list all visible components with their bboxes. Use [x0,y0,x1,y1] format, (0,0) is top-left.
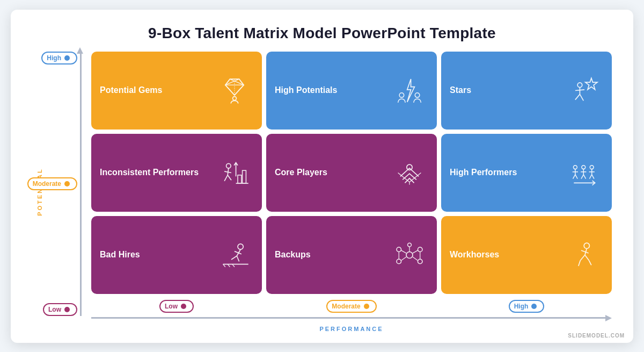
slide: 9-Box Talent Matrix Model PowerPoint Tem… [11,10,633,343]
svg-point-26 [573,166,577,169]
svg-line-13 [580,94,583,100]
svg-line-35 [583,175,586,179]
svg-line-24 [409,173,421,182]
nine-box-grid: Potential Gems [91,52,612,294]
svg-line-44 [231,256,237,260]
cell-icon-potential-gems [216,74,253,106]
x-axis-row [91,313,612,324]
x-label-moderate: Moderate [326,300,376,313]
cell-bad-hires: Bad Hires [91,216,262,294]
svg-point-7 [415,92,420,97]
y-axis-container: POTENTIAL High Moderate Low [32,52,91,332]
cell-label-inconsistent-performers: Inconsistent Performers [100,167,216,178]
svg-point-51 [397,247,401,252]
svg-line-59 [401,257,406,261]
x-label-high-text: High [514,303,529,310]
svg-point-53 [397,260,401,264]
y-labels: High Moderate Low [27,52,77,316]
cell-icon-core-players [391,156,428,189]
svg-line-20 [224,175,228,181]
svg-point-5 [233,96,237,100]
cell-label-stars: Stars [450,85,566,96]
svg-point-50 [406,252,413,258]
y-label-high-dot [64,55,70,61]
cell-potential-gems: Potential Gems [91,52,262,130]
svg-point-52 [418,247,422,252]
svg-point-36 [590,166,594,169]
svg-point-31 [582,166,586,169]
svg-line-66 [580,255,585,261]
cell-icon-high-performers [566,156,603,189]
cell-icon-workhorses [566,239,603,271]
y-label-moderate: Moderate [27,177,77,190]
x-label-low-text: Low [165,303,178,310]
cell-workhorses: Workhorses [441,216,612,294]
y-label-moderate-dot [64,181,70,186]
svg-line-34 [581,175,583,179]
svg-line-45 [237,256,239,262]
cell-backups: Backups [266,216,437,294]
x-label-high-dot [531,304,537,309]
x-label-high: High [509,300,545,313]
svg-point-9 [577,83,582,88]
svg-line-60 [413,257,418,261]
svg-line-67 [585,255,589,261]
y-label-low: Low [43,303,77,316]
svg-line-58 [413,250,418,253]
cell-icon-bad-hires [216,239,253,271]
cell-label-core-players: Core Players [275,167,391,178]
svg-line-30 [575,175,577,179]
svg-point-41 [238,244,243,249]
x-label-low: Low [159,300,194,313]
cell-label-potential-gems: Potential Gems [100,85,216,96]
page-title: 9-Box Talent Matrix Model PowerPoint Tem… [148,25,496,42]
y-label-low-dot [64,307,70,312]
x-axis-label: PERFORMANCE [319,326,383,332]
x-label-moderate-text: Moderate [332,303,360,310]
y-label-high: High [41,52,77,64]
svg-line-39 [589,175,591,179]
x-label-high-container: High [441,300,612,313]
x-axis-line [91,317,605,319]
svg-rect-15 [243,170,246,183]
svg-line-68 [579,261,580,266]
x-label-moderate-dot [364,304,369,309]
svg-marker-8 [586,78,597,89]
x-axis-arrow [605,315,612,321]
svg-line-40 [592,175,594,179]
svg-point-17 [226,163,231,168]
cell-core-players: Core Players [266,134,437,212]
x-pills-row: Low Moderate High [91,300,612,313]
cell-label-high-potentials: High Potentials [275,85,391,96]
matrix-area: POTENTIAL High Moderate Low [32,52,612,332]
watermark: SLIDEMODEL.COM [568,333,625,339]
x-label-moderate-container: Moderate [266,300,437,313]
cell-stars: Stars [441,52,612,130]
svg-line-57 [401,250,406,253]
svg-line-12 [575,94,580,99]
cell-high-performers: High Performers [441,134,612,212]
svg-point-22 [407,164,412,170]
cell-inconsistent-performers: Inconsistent Performers [91,134,262,212]
svg-line-29 [573,175,575,179]
cell-high-potentials: High Potentials [266,52,437,130]
svg-point-6 [399,92,404,97]
cell-label-workhorses: Workhorses [450,249,566,261]
cell-icon-stars [566,74,603,106]
cell-icon-high-potentials [391,74,428,106]
svg-point-55 [408,243,412,247]
cell-icon-inconsistent-performers [216,156,253,189]
svg-line-21 [228,175,231,180]
svg-point-63 [584,243,589,249]
svg-line-11 [575,89,584,90]
svg-rect-14 [238,175,241,183]
x-axis-container: Low Moderate High [91,298,612,332]
svg-point-54 [418,260,422,264]
content-wrapper: Potential Gems [91,52,612,332]
y-label-moderate-text: Moderate [33,180,61,188]
x-label-low-dot [181,304,186,309]
cell-label-bad-hires: Bad Hires [100,249,216,261]
cell-label-high-performers: High Performers [450,167,566,178]
cell-label-backups: Backups [275,249,391,261]
svg-line-69 [589,261,591,265]
